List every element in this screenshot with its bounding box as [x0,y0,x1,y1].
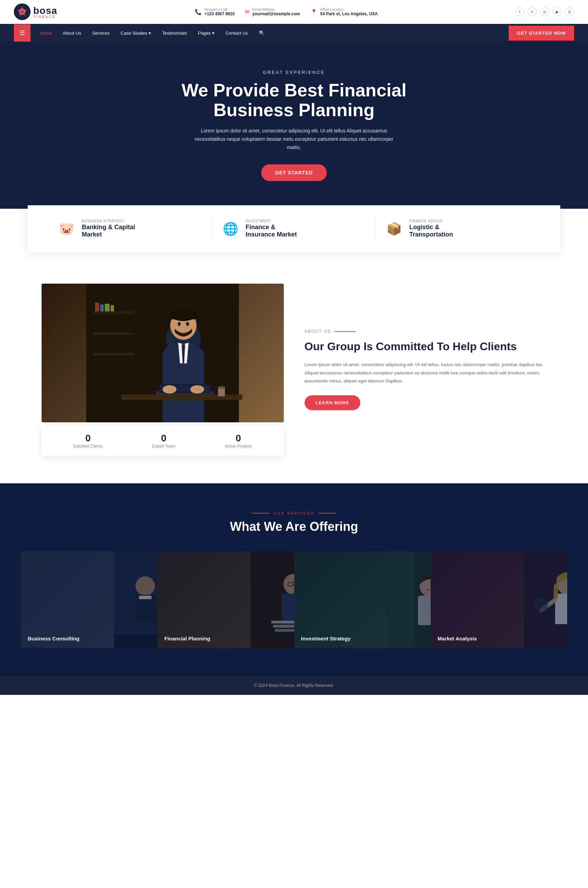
stat-team: 0 Expert Team [152,433,176,449]
svg-rect-14 [170,314,196,319]
service-card-2[interactable]: Financial Planning [157,551,294,648]
about-eyebrow: ABOUT US [304,329,547,334]
contact-email: ✉ Email Address: yourmail@example.com [245,8,300,16]
nav-contact[interactable]: Contact Us [220,24,253,42]
feature-banking-label: BUSINESS STRATEGY [82,219,135,223]
about-section: 0 Satisfied Clients 0 Expert Team 0 Acti… [0,256,588,483]
email-value: yourmail@example.com [252,12,300,16]
service-card-2-overlay: Financial Planning [157,551,294,648]
nav-testimonials[interactable]: Testimonials [157,24,193,42]
about-desc: Lorem ipsum dolor sit amet, consectetur … [304,361,547,385]
office-value: 54 Park st, Los Angeles, USA [320,12,378,16]
navbar: ☰ Home About Us Services Case Studies ▾ … [0,24,588,42]
hero-cta-button[interactable]: GET STARTED [261,164,327,181]
logo-icon [14,3,30,20]
footer: © 2024 Bosa Finance. All Rights Reserved… [0,676,588,695]
logo-text: bosa FINANCE [33,5,57,19]
stat-team-label: Expert Team [152,444,176,449]
feature-investment-text: INVESTMENT Finance &Insurance Market [246,219,297,239]
social-youtube[interactable]: ▶ [553,7,562,16]
nav-about[interactable]: About Us [57,24,87,42]
stat-clients: 0 Satisfied Clients [73,433,103,449]
svg-rect-7 [95,303,99,311]
svg-point-27 [218,386,225,389]
about-left: 0 Satisfied Clients 0 Expert Team 0 Acti… [42,284,284,455]
svg-rect-10 [111,305,114,311]
service-card-2-title: Financial Planning [164,636,210,642]
hero-content: GREAT EXPERIENCE We Provide Best Financi… [173,70,416,181]
phone-value: +123 4567 8910 [204,12,235,16]
feature-logistics-label: FINANCE ADVICE [409,219,453,223]
svg-point-24 [190,385,204,394]
about-stats: 0 Satisfied Clients 0 Expert Team 0 Acti… [42,426,284,455]
search-icon[interactable]: 🔍 [253,24,270,42]
stat-projects-label: Active Projects [225,444,252,449]
office-label: Office Location: [320,8,378,12]
hero-title: We Provide Best Financial Business Plann… [173,80,416,120]
services-title: What We Are Offering [21,520,567,534]
feature-investment-label: INVESTMENT [246,219,297,223]
stat-team-num: 0 [152,433,176,444]
about-image [42,284,284,422]
service-card-4-overlay: Market Analysis [431,551,567,648]
svg-point-18 [186,322,189,326]
service-card-4[interactable]: Market Analysis [431,551,567,648]
feature-banking: 🐷 BUSINESS STRATEGY Banking & CapitalMar… [48,216,212,242]
contact-phone: 📞 Request a Call: +123 4567 8910 [195,8,235,16]
nav-pages[interactable]: Pages ▾ [193,24,220,42]
social-facebook[interactable]: f [515,7,524,16]
hero-section: GREAT EXPERIENCE We Provide Best Financi… [0,42,588,209]
about-right: ABOUT US Our Group Is Committed To Help … [304,329,547,410]
learn-more-button[interactable]: LEARN MORE [304,395,360,410]
feature-logistics-text: FINANCE ADVICE Logistic &Transportation [409,219,453,239]
social-icons: f 𝕏 ◎ ▶ G [515,7,574,16]
hamburger-button[interactable]: ☰ [14,24,30,42]
svg-rect-4 [93,311,135,314]
service-card-1-title: Business Consulting [28,636,80,642]
stat-clients-num: 0 [73,433,103,444]
globe-icon: 🌐 [223,222,239,236]
email-label: Email Address: [252,8,300,12]
features-strip: 🐷 BUSINESS STRATEGY Banking & CapitalMar… [28,205,560,252]
contact-office: 📍 Office Location: 54 Park st, Los Angel… [310,8,378,16]
service-card-3-overlay: Investment Strategy [294,551,431,648]
stat-clients-label: Satisfied Clients [73,444,103,449]
svg-point-23 [162,385,176,394]
service-card-1-overlay: Business Consulting [21,551,157,648]
stat-projects: 0 Active Projects [225,433,252,449]
feature-investment: 🌐 INVESTMENT Finance &Insurance Market [212,216,376,242]
svg-rect-8 [100,304,104,311]
logo-sub: FINANCE [33,15,57,19]
social-google[interactable]: G [565,7,574,16]
svg-point-17 [178,322,180,326]
logo[interactable]: bosa FINANCE [14,3,57,20]
feature-banking-text: BUSINESS STRATEGY Banking & CapitalMarke… [82,219,135,239]
stat-projects-num: 0 [225,433,252,444]
location-icon: 📍 [310,9,317,15]
service-card-3-title: Investment Strategy [301,636,351,642]
get-started-nav-button[interactable]: GET STARTED NOW [508,26,574,41]
services-eyebrow-text: OUR SERVICES [273,511,315,515]
services-eyebrow: OUR SERVICES [21,511,567,515]
phone-icon: 📞 [195,9,202,15]
nav-case-studies[interactable]: Case Studies ▾ [115,24,157,42]
feature-logistics: 📦 FINANCE ADVICE Logistic &Transportatio… [376,216,540,242]
service-card-1[interactable]: Business Consulting [21,551,157,648]
services-grid: Business Consulting [21,551,567,648]
hero-eyebrow: GREAT EXPERIENCE [173,70,416,75]
service-card-3[interactable]: Investment Strategy [294,551,431,648]
social-twitter[interactable]: 𝕏 [528,7,537,16]
email-icon: ✉ [245,9,249,15]
feature-logistics-title: Logistic &Transportation [409,224,453,239]
svg-rect-6 [93,353,135,356]
svg-rect-9 [105,304,110,311]
social-instagram[interactable]: ◎ [540,7,549,16]
top-bar: bosa FINANCE 📞 Request a Call: +123 4567… [0,0,588,24]
feature-investment-title: Finance &Insurance Market [246,224,297,239]
barcode-icon: 📦 [386,222,403,236]
piggy-bank-icon: 🐷 [59,222,75,236]
nav-services[interactable]: Services [87,24,115,42]
svg-rect-5 [93,332,135,335]
nav-home[interactable]: Home [34,24,57,42]
footer-text: © 2024 Bosa Finance. All Rights Reserved… [254,683,334,688]
